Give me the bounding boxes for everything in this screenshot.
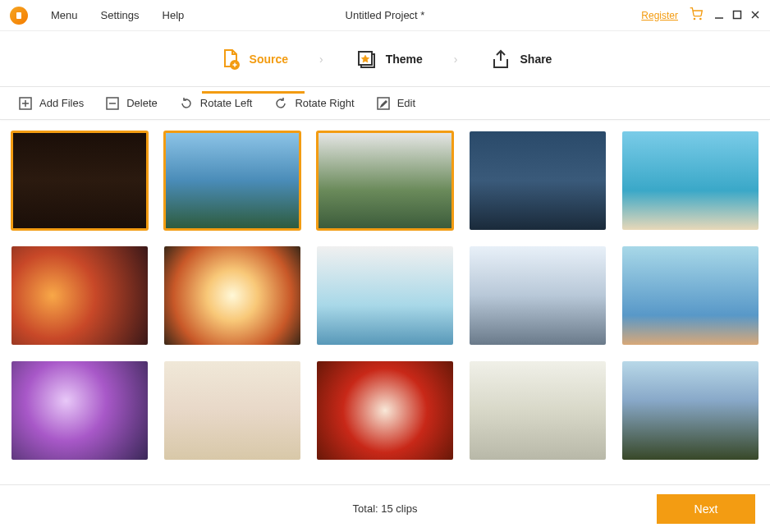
chevron-right-icon: › (319, 53, 323, 66)
rotate-right-icon (273, 96, 288, 111)
thumbnail-group-winter-photo[interactable] (470, 246, 606, 345)
stack-star-icon (355, 48, 378, 71)
step-source[interactable]: Source (202, 36, 305, 82)
svg-rect-4 (734, 11, 741, 18)
step-theme[interactable]: Theme (338, 36, 439, 82)
thumbnail-woman-camera-bokeh[interactable] (11, 361, 148, 460)
step-label: Source (250, 53, 288, 66)
document-plus-icon (218, 48, 241, 71)
project-title: Untitled Project * (346, 9, 425, 21)
svg-point-2 (700, 18, 701, 19)
maximize-icon[interactable] (732, 9, 742, 22)
toolbar: Add Files Delete Rotate Left Rotate Righ… (0, 87, 770, 120)
help-button[interactable]: Help (163, 9, 185, 21)
svg-point-1 (694, 18, 694, 19)
share-arrow-icon (489, 48, 512, 71)
total-clips-label: Total: 15 clips (353, 502, 418, 515)
rotate-left-button[interactable]: Rotate Left (179, 96, 253, 111)
thumbnail-santa-heart-hands[interactable] (317, 361, 453, 460)
thumbnail-father-kids-field[interactable] (622, 361, 759, 460)
thumbnail-couple-sunset-embrace[interactable] (164, 246, 300, 345)
thumbnail-woman-pool-resort[interactable] (317, 246, 453, 345)
thumbnail-hands-forever-tiles[interactable] (164, 361, 300, 460)
step-nav: Source › Theme › Share (0, 31, 770, 87)
tool-label: Add Files (39, 97, 84, 109)
thumbnail-couple-laptop-lights[interactable] (11, 246, 148, 345)
add-files-button[interactable]: Add Files (18, 96, 84, 111)
menu-button[interactable]: Menu (51, 9, 78, 21)
titlebar: Menu Settings Help Untitled Project * Re… (0, 0, 770, 31)
app-logo-icon (10, 7, 28, 25)
minimize-icon[interactable] (714, 9, 724, 22)
edit-button[interactable]: Edit (376, 96, 415, 111)
rotate-right-button[interactable]: Rotate Right (273, 96, 354, 111)
plus-box-icon (18, 96, 33, 111)
thumbnail-couple-silhouette-sunset[interactable] (470, 131, 606, 230)
next-button[interactable]: Next (657, 494, 755, 524)
minus-box-icon (105, 96, 120, 111)
tool-label: Edit (397, 97, 415, 109)
close-icon[interactable] (750, 9, 760, 22)
thumbnail-wedding-dark-barn[interactable] (11, 131, 148, 230)
thumbnail-couple-by-lake[interactable] (164, 131, 300, 230)
thumbnail-keychain-eggs-flatlay[interactable] (470, 361, 606, 460)
step-label: Theme (386, 53, 423, 66)
tool-label: Delete (126, 97, 158, 109)
tool-label: Rotate Right (295, 97, 354, 109)
thumbnail-couple-walking-road[interactable] (317, 131, 453, 230)
settings-button[interactable]: Settings (101, 9, 140, 21)
thumbnail-girl-beach-sunglasses[interactable] (622, 131, 759, 230)
thumbnail-grid-area (0, 120, 770, 473)
thumbnail-grid (11, 131, 759, 460)
step-label: Share (520, 53, 552, 66)
step-share[interactable]: Share (473, 36, 569, 82)
register-link[interactable]: Register (641, 10, 678, 21)
chevron-right-icon: › (454, 53, 458, 66)
cart-icon[interactable] (690, 7, 703, 24)
thumbnail-baby-splashing-water[interactable] (622, 246, 759, 345)
svg-rect-0 (16, 12, 21, 19)
rotate-left-icon (179, 96, 194, 111)
footer: Total: 15 clips Next (0, 484, 770, 532)
edit-pencil-icon (376, 96, 391, 111)
tool-label: Rotate Left (200, 97, 253, 109)
delete-button[interactable]: Delete (105, 96, 158, 111)
